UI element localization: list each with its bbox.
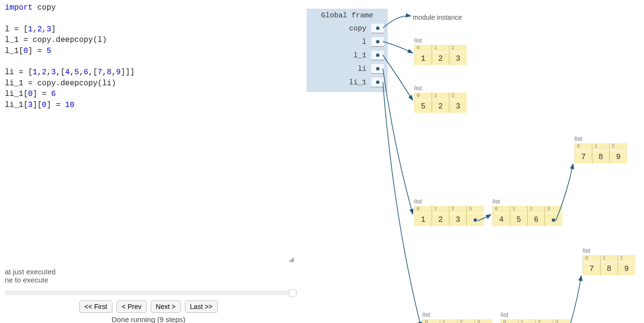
global-frame: Global frame copyll_1lili_1 [307,9,388,92]
frame-var-name: l_1 [307,52,371,60]
status-lines: at just executed ne to execute [5,268,292,284]
list-label-li-inner2: list [574,135,582,142]
frame-var-name: li [307,65,371,73]
status-executed: at just executed [5,268,292,276]
pointer-dot-icon [376,67,379,70]
nav-buttons: << First < Prev Next > Last >> [5,300,292,313]
next-button[interactable]: Next > [151,300,181,313]
prev-button[interactable]: < Prev [116,300,147,313]
heap-list-li: 0123123 [414,205,484,226]
status-next: ne to execute [5,276,292,284]
frame-var-pointer-box [371,24,384,33]
pointer-dot-icon [376,27,379,30]
heap-list-li1: 0123623 [422,319,492,323]
frame-var-pointer-box [371,64,384,74]
list-label-li1-inner: list [501,311,508,318]
heap-list-li-inner: 0123456 [492,205,562,226]
heap-list-l: 012123 [414,44,467,65]
first-button[interactable]: << First [79,300,112,313]
code-panel: import copy l = [1,2,3] l_1 = copy.deepc… [0,0,297,323]
step-slider[interactable] [5,291,297,295]
frame-var-name: copy [307,25,371,33]
frame-var-copy: copy [307,22,388,35]
code-editor[interactable]: import copy l = [1,2,3] l_1 = copy.deepc… [5,2,294,263]
frame-var-pointer-box [371,37,384,47]
frame-var-name: li_1 [307,79,371,87]
visualization-panel: Global frame copyll_1lili_1 module insta… [297,0,644,323]
last-button[interactable]: Last >> [185,300,218,313]
frame-var-name: l [307,38,371,46]
list-label-li1: list [422,311,430,318]
heap-list-li1-inner2: 012789 [583,255,635,275]
list-label-li-inner: list [492,198,500,205]
list-label-l1: list [414,84,422,92]
heap-list-li1-inner: 01231056 [501,319,571,323]
frame-var-pointer-box [371,78,384,87]
pointer-dot-icon [376,54,379,57]
frame-var-li: li [307,62,388,76]
frame-var-li-1: li_1 [307,76,388,89]
list-label-li1-inner2: list [583,247,590,254]
final-message: Done running (9 steps) [5,315,292,323]
pointer-dot-icon [376,40,379,43]
heap-list-li-inner2: 012789 [574,143,627,163]
frame-var-l: l [307,35,388,49]
pointer-dot-icon [474,218,477,222]
list-label-l: list [414,37,422,44]
frame-title: Global frame [307,12,388,20]
heap-list-l1: 012523 [414,92,467,113]
frame-var-pointer-box [371,51,384,60]
module-instance-label: module instance [413,13,462,21]
list-label-li: list [414,198,422,205]
frame-var-l-1: l_1 [307,49,388,62]
pointer-dot-icon [376,81,379,84]
pointer-dot-icon [552,218,555,222]
